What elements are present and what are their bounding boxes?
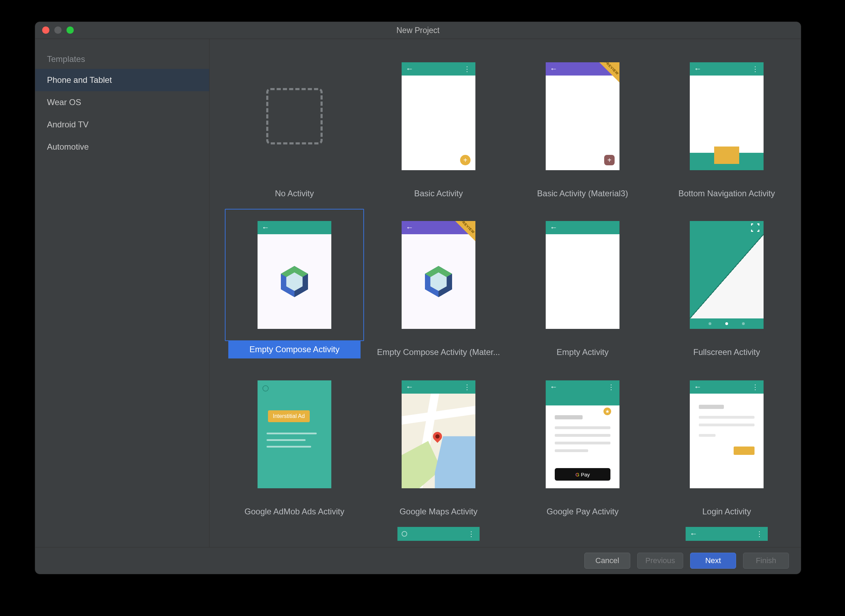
preview-badge: PREVIEW (455, 221, 475, 241)
back-arrow-icon: ← (550, 65, 557, 73)
new-project-dialog: New Project Templates Phone and Tablet W… (35, 22, 801, 574)
minimize-window-icon[interactable] (54, 26, 62, 34)
back-arrow-icon: ← (550, 223, 557, 232)
back-arrow-icon: ← (690, 529, 697, 538)
cancel-button[interactable]: Cancel (584, 553, 630, 569)
back-arrow-icon: ← (406, 223, 414, 232)
dashed-placeholder-icon (266, 88, 323, 144)
template-label: Bottom Navigation Activity (678, 189, 775, 199)
back-arrow-icon: ← (406, 383, 414, 392)
template-bottom-navigation[interactable]: ←⋮ Bottom Navigation Activity (657, 50, 796, 199)
fullscreen-preview-icon (690, 234, 764, 318)
next-button[interactable]: Next (690, 553, 736, 569)
text-lines-icon (699, 405, 754, 441)
template-login[interactable]: ←⋮ Login Activity (657, 368, 796, 517)
overflow-icon: ⋮ (756, 530, 764, 538)
template-partial-3[interactable] (513, 527, 652, 541)
template-basic-activity-m3[interactable]: ← PREVIEW + Basic Activity (Material3) (513, 50, 652, 199)
dialog-footer: Cancel Previous Next Finish (35, 547, 801, 574)
template-empty-compose-m3[interactable]: ← PREVIEW Empty Compose Activity (Mater.… (369, 209, 508, 358)
overflow-icon: ⋮ (752, 65, 759, 73)
template-partial-4[interactable]: ←⋮ (657, 527, 796, 541)
template-label: Google Maps Activity (399, 507, 477, 517)
template-label: Fullscreen Activity (693, 347, 760, 358)
template-label: Login Activity (702, 507, 751, 517)
camera-dot-icon (263, 385, 268, 392)
map-preview-icon (402, 394, 475, 488)
window-title: New Project (396, 26, 440, 35)
login-button-icon (734, 446, 754, 455)
template-empty-compose[interactable]: ← Empty Compose Activity (225, 209, 364, 358)
overflow-icon: ⋮ (464, 65, 471, 73)
template-basic-activity[interactable]: ←⋮ + Basic Activity (369, 50, 508, 199)
camera-dot-icon (402, 531, 407, 537)
overflow-icon: ⋮ (608, 383, 615, 391)
fullscreen-icon (751, 223, 759, 232)
preview-badge: PREVIEW (599, 62, 619, 82)
template-partial-1[interactable] (225, 527, 364, 541)
overflow-icon: ⋮ (468, 530, 475, 538)
template-maps[interactable]: ←⋮ Google Maps Activity (369, 368, 508, 517)
finish-button[interactable]: Finish (743, 553, 789, 569)
text-lines-icon (555, 415, 610, 457)
zoom-window-icon[interactable] (66, 26, 74, 34)
back-arrow-icon: ← (550, 383, 557, 392)
template-gallery: No Activity ←⋮ + Basic Activity ← (210, 39, 801, 547)
page-indicator-icon (690, 318, 764, 329)
template-label: Google AdMob Ads Activity (245, 507, 345, 517)
compose-logo-icon (402, 234, 475, 329)
sidebar: Templates Phone and Tablet Wear OS Andro… (35, 39, 210, 547)
bottom-nav-icon (690, 153, 764, 170)
back-arrow-icon: ← (406, 65, 414, 73)
fab-icon: + (604, 155, 615, 165)
overflow-icon: ⋮ (464, 383, 471, 391)
template-label: Basic Activity (Material3) (537, 189, 628, 199)
window-controls (42, 26, 74, 34)
previous-button[interactable]: Previous (637, 553, 683, 569)
titlebar: New Project (35, 22, 801, 39)
template-empty-activity[interactable]: ← Empty Activity (513, 209, 652, 358)
template-partial-2[interactable]: ⋮ (369, 527, 508, 541)
sidebar-header: Templates (35, 50, 209, 69)
star-icon: ★ (603, 408, 611, 415)
sidebar-item-automotive[interactable]: Automotive (35, 136, 209, 158)
text-lines-icon (267, 433, 322, 452)
compose-logo-icon (258, 234, 331, 329)
template-label: Empty Compose Activity (Mater... (377, 347, 500, 358)
template-fullscreen[interactable]: Fullscreen Activity (657, 209, 796, 358)
template-label: No Activity (275, 189, 314, 199)
sidebar-item-wear-os[interactable]: Wear OS (35, 91, 209, 113)
template-label: Empty Activity (556, 347, 608, 358)
back-arrow-icon: ← (694, 383, 701, 392)
back-arrow-icon: ← (694, 65, 701, 73)
sidebar-item-phone-tablet[interactable]: Phone and Tablet (35, 69, 209, 91)
template-no-activity[interactable]: No Activity (225, 50, 364, 199)
fab-icon: + (460, 155, 471, 165)
close-window-icon[interactable] (42, 26, 50, 34)
template-google-pay[interactable]: ←⋮ ★ G Pay Google Pay Activity (513, 368, 652, 517)
back-arrow-icon: ← (262, 223, 269, 232)
template-label: Basic Activity (414, 189, 463, 199)
template-label: Empty Compose Activity (228, 341, 361, 358)
gpay-button-icon: G Pay (555, 468, 610, 481)
template-label: Google Pay Activity (547, 507, 619, 517)
ad-badge: Interstitial Ad (268, 410, 310, 422)
template-admob[interactable]: Interstitial Ad Google AdMob Ads Activit… (225, 368, 364, 517)
sidebar-item-android-tv[interactable]: Android TV (35, 113, 209, 136)
overflow-icon: ⋮ (752, 383, 759, 391)
